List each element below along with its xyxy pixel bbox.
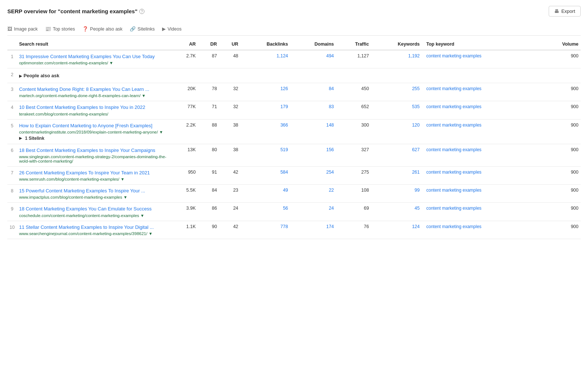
table-row: 6 18 Best Content Marketing Examples to … bbox=[7, 144, 581, 166]
feature-videos[interactable]: ▶ Videos bbox=[162, 26, 182, 32]
table-row: 3 Content Marketing Done Right: 8 Exampl… bbox=[7, 83, 581, 101]
row-number: 10 bbox=[7, 221, 17, 239]
dropdown-arrow[interactable]: ▼ bbox=[121, 177, 125, 181]
result-title[interactable]: How to Explain Content Marketing to Anyo… bbox=[19, 123, 169, 129]
keywords-value[interactable]: 627 bbox=[371, 144, 422, 166]
dropdown-arrow[interactable]: ▼ bbox=[140, 213, 144, 218]
top-keyword-value[interactable]: content marketing examples bbox=[422, 185, 541, 203]
ur-value: 42 bbox=[219, 166, 240, 184]
backlinks-value[interactable]: 1,124 bbox=[240, 50, 290, 68]
ar-value: 2.2K bbox=[171, 119, 198, 144]
people-also-ask-icon: ❓ bbox=[82, 26, 88, 32]
result-url[interactable]: www.singlegrain.com/content-marketing-st… bbox=[19, 155, 169, 163]
result-url[interactable]: martech.org/content-marketing-done-right… bbox=[19, 93, 169, 98]
backlinks-value[interactable]: 778 bbox=[240, 221, 290, 239]
ar-value: 5.5K bbox=[171, 185, 198, 203]
top-keyword-value[interactable]: content marketing examples bbox=[422, 119, 541, 144]
dropdown-arrow[interactable]: ▼ bbox=[148, 231, 153, 236]
result-title[interactable]: 18 Content Marketing Examples You Can Em… bbox=[19, 206, 169, 212]
feature-image-pack[interactable]: 🖼 Image pack bbox=[7, 26, 38, 32]
ur-value: 48 bbox=[219, 50, 240, 68]
dropdown-arrow[interactable]: ▼ bbox=[123, 195, 128, 199]
ur-value: 32 bbox=[219, 83, 240, 101]
domains-value[interactable]: 174 bbox=[290, 221, 336, 239]
result-url[interactable]: www.searchenginejournal.com/content-mark… bbox=[19, 231, 169, 236]
keywords-value[interactable]: 120 bbox=[371, 119, 422, 144]
result-url[interactable]: www.impactplus.com/blog/content-marketin… bbox=[19, 195, 169, 199]
backlinks-value[interactable]: 179 bbox=[240, 101, 290, 119]
top-keyword-value[interactable]: content marketing examples bbox=[422, 144, 541, 166]
result-url[interactable]: terakeet.com/blog/content-marketing-exam… bbox=[19, 112, 169, 116]
result-url[interactable]: www.semrush.com/blog/content-marketing-e… bbox=[19, 177, 169, 181]
backlinks-value[interactable]: 126 bbox=[240, 83, 290, 101]
table-row: 4 10 Best Content Marketing Examples to … bbox=[7, 101, 581, 119]
keywords-value[interactable]: 99 bbox=[371, 185, 422, 203]
domains-value[interactable]: 156 bbox=[290, 144, 336, 166]
row-number: 5 bbox=[7, 119, 17, 144]
domains-value[interactable]: 83 bbox=[290, 101, 336, 119]
keywords-value[interactable]: 255 bbox=[371, 83, 422, 101]
ar-value: 3.9K bbox=[171, 203, 198, 221]
top-keyword-value[interactable]: content marketing examples bbox=[422, 83, 541, 101]
feature-sitelinks[interactable]: 🔗 Sitelinks bbox=[130, 26, 155, 32]
backlinks-value[interactable]: 49 bbox=[240, 185, 290, 203]
traffic-value: 652 bbox=[336, 101, 371, 119]
sitelinks-icon: 🔗 bbox=[130, 26, 136, 32]
dr-value: 90 bbox=[198, 221, 219, 239]
dropdown-arrow[interactable]: ▼ bbox=[142, 93, 146, 98]
col-keywords: Keywords bbox=[371, 39, 422, 50]
volume-value: 900 bbox=[541, 203, 581, 221]
backlinks-value[interactable]: 519 bbox=[240, 144, 290, 166]
feature-people-also-ask[interactable]: ❓ People also ask bbox=[82, 26, 122, 32]
result-title[interactable]: 10 Best Content Marketing Examples to In… bbox=[19, 104, 169, 111]
sitelink-badge[interactable]: ▶ 1 Sitelink bbox=[19, 136, 44, 141]
result-title[interactable]: 18 Best Content Marketing Examples to In… bbox=[19, 147, 169, 154]
feature-top-stories[interactable]: 📰 Top stories bbox=[45, 26, 75, 32]
keywords-value[interactable]: 124 bbox=[371, 221, 422, 239]
dr-value: 86 bbox=[198, 203, 219, 221]
top-keyword-value[interactable]: content marketing examples bbox=[422, 203, 541, 221]
backlinks-value[interactable]: 366 bbox=[240, 119, 290, 144]
domains-value[interactable]: 254 bbox=[290, 166, 336, 184]
ur-value: 42 bbox=[219, 221, 240, 239]
volume-value: 900 bbox=[541, 50, 581, 68]
table-row: 7 26 Content Marketing Examples To Inspi… bbox=[7, 166, 581, 184]
result-title[interactable]: 15 Powerful Content Marketing Examples T… bbox=[19, 188, 169, 194]
keywords-value[interactable]: 45 bbox=[371, 203, 422, 221]
result-title[interactable]: 31 Impressive Content Marketing Examples… bbox=[19, 53, 169, 60]
backlinks-value[interactable]: 584 bbox=[240, 166, 290, 184]
backlinks-value[interactable]: 56 bbox=[240, 203, 290, 221]
col-num bbox=[7, 39, 17, 50]
row-number: 8 bbox=[7, 185, 17, 203]
export-icon: 🖶 bbox=[554, 8, 559, 14]
domains-value[interactable]: 22 bbox=[290, 185, 336, 203]
ar-value: 13K bbox=[171, 144, 198, 166]
result-title[interactable]: 26 Content Marketing Examples To Inspire… bbox=[19, 170, 169, 176]
domains-value[interactable]: 494 bbox=[290, 50, 336, 68]
special-cell[interactable]: ▶People also ask bbox=[17, 68, 581, 83]
result-url[interactable]: coschedule.com/content-marketing/content… bbox=[19, 213, 169, 218]
result-url[interactable]: optinmonster.com/content-marketing-examp… bbox=[19, 61, 169, 65]
keywords-value[interactable]: 535 bbox=[371, 101, 422, 119]
top-keyword-value[interactable]: content marketing examples bbox=[422, 50, 541, 68]
top-keyword-value[interactable]: content marketing examples bbox=[422, 166, 541, 184]
export-button[interactable]: 🖶 Export bbox=[549, 6, 581, 17]
domains-value[interactable]: 24 bbox=[290, 203, 336, 221]
domains-value[interactable]: 84 bbox=[290, 83, 336, 101]
domains-value[interactable]: 148 bbox=[290, 119, 336, 144]
result-cell: 11 Stellar Content Marketing Examples to… bbox=[17, 221, 171, 239]
dropdown-arrow[interactable]: ▼ bbox=[109, 61, 113, 65]
result-url[interactable]: contentmarketinginstitute.com/2018/09/ex… bbox=[19, 130, 169, 134]
result-title[interactable]: Content Marketing Done Right: 8 Examples… bbox=[19, 86, 169, 93]
help-icon[interactable]: ? bbox=[139, 9, 144, 14]
ar-value: 77K bbox=[171, 101, 198, 119]
triangle-icon: ▶ bbox=[19, 74, 22, 78]
ar-value: 20K bbox=[171, 83, 198, 101]
volume-value: 900 bbox=[541, 185, 581, 203]
top-keyword-value[interactable]: content marketing examples bbox=[422, 221, 541, 239]
top-keyword-value[interactable]: content marketing examples bbox=[422, 101, 541, 119]
result-title[interactable]: 11 Stellar Content Marketing Examples to… bbox=[19, 224, 169, 231]
keywords-value[interactable]: 261 bbox=[371, 166, 422, 184]
dropdown-arrow[interactable]: ▼ bbox=[159, 130, 163, 134]
keywords-value[interactable]: 1,192 bbox=[371, 50, 422, 68]
